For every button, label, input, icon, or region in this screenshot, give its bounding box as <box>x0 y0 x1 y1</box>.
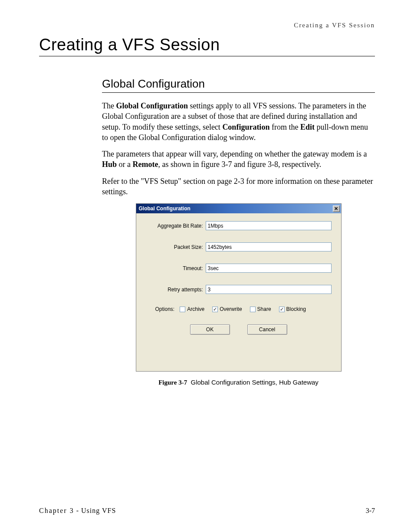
blocking-checkbox-group: ✓ Blocking <box>279 306 306 312</box>
aggregate-bitrate-input[interactable] <box>206 221 332 230</box>
dialog-body: Aggregate Bit Rate: Packet Size: Timeout… <box>136 213 341 341</box>
text: The parameters that appear will vary, de… <box>102 150 367 158</box>
packet-size-label: Packet Size: <box>146 244 206 250</box>
bold-text: Remote <box>133 160 158 169</box>
blocking-checkbox[interactable]: ✓ <box>279 307 285 312</box>
paragraph-1: The Global Configuration settings apply … <box>102 101 375 143</box>
packet-size-row: Packet Size: <box>146 242 332 251</box>
paragraph-3: Refer to the "VFS Setup" section on page… <box>102 176 375 197</box>
share-checkbox-label: Share <box>257 306 271 312</box>
blocking-checkbox-label: Blocking <box>286 306 306 312</box>
content-block: Global Configuration The Global Configur… <box>102 77 375 386</box>
aggregate-bitrate-row: Aggregate Bit Rate: <box>146 221 332 230</box>
options-label: Options: <box>155 306 175 312</box>
figure-text: Global Configuration Settings, Hub Gatew… <box>191 379 318 386</box>
page-footer: Chapter 3 - Using VFS 3-7 <box>39 507 375 515</box>
bold-text: Global Configuration <box>116 101 188 110</box>
archive-checkbox-group: Archive <box>180 306 204 312</box>
bold-text: Edit <box>300 123 315 131</box>
paragraph-2: The parameters that appear will vary, de… <box>102 149 375 170</box>
overwrite-checkbox[interactable]: ✓ <box>212 307 218 312</box>
footer-chapter-prefix: Chapter 3 <box>39 507 74 514</box>
archive-checkbox-label: Archive <box>187 306 204 312</box>
packet-size-input[interactable] <box>206 242 332 251</box>
aggregate-bitrate-label: Aggregate Bit Rate: <box>146 223 206 229</box>
section-heading: Global Configuration <box>102 77 375 93</box>
cancel-button[interactable]: Cancel <box>247 324 287 335</box>
overwrite-checkbox-label: Overwrite <box>220 306 242 312</box>
close-icon: ✕ <box>334 206 338 211</box>
options-row: Options: Archive ✓ Overwrite Share <box>146 306 332 312</box>
ok-button[interactable]: OK <box>190 324 230 335</box>
bold-text: Hub <box>102 160 117 169</box>
overwrite-checkbox-group: ✓ Overwrite <box>212 306 242 312</box>
running-header: Creating a VFS Session <box>39 22 375 29</box>
timeout-input[interactable] <box>206 264 332 273</box>
global-configuration-dialog: Global Configuration ✕ Aggregate Bit Rat… <box>136 203 342 372</box>
timeout-label: Timeout: <box>146 265 206 271</box>
button-row: OK Cancel <box>146 324 332 335</box>
retry-attempts-row: Retry attempts: <box>146 285 332 294</box>
footer-page-number: 3-7 <box>366 507 375 515</box>
retry-attempts-label: Retry attempts: <box>146 287 206 293</box>
bold-text: Configuration <box>222 123 269 131</box>
figure-label: Figure 3-7 <box>158 379 187 386</box>
text: or a <box>117 160 132 169</box>
timeout-row: Timeout: <box>146 264 332 273</box>
text: The <box>102 101 116 110</box>
dialog-titlebar: Global Configuration ✕ <box>136 204 341 213</box>
share-checkbox-group: Share <box>250 306 271 312</box>
dialog-title: Global Configuration <box>139 206 191 212</box>
footer-chapter: Chapter 3 - Using VFS <box>39 507 116 515</box>
text: , as shown in figure 3-7 and figure 3-8,… <box>158 160 321 169</box>
close-button[interactable]: ✕ <box>333 206 340 212</box>
text: from the <box>269 123 300 131</box>
figure-caption: Figure 3-7 Global Configuration Settings… <box>102 379 375 386</box>
page-title: Creating a VFS Session <box>39 36 375 56</box>
footer-chapter-title: - Using VFS <box>74 507 116 514</box>
share-checkbox[interactable] <box>250 307 256 312</box>
retry-attempts-input[interactable] <box>206 285 332 294</box>
archive-checkbox[interactable] <box>180 307 185 312</box>
dialog-container: Global Configuration ✕ Aggregate Bit Rat… <box>102 203 375 372</box>
